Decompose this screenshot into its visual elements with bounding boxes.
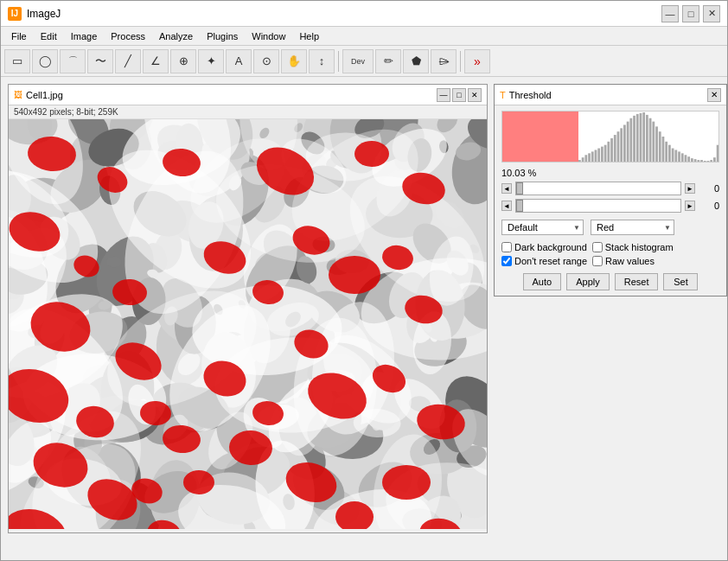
brush-tool[interactable]: ✏ <box>375 49 401 73</box>
svg-rect-31 <box>678 151 680 162</box>
maximize-button[interactable]: □ <box>682 5 699 22</box>
menu-plugins[interactable]: Plugins <box>200 29 245 43</box>
dropdown-row: Default Huang Intermodes IsoData Li MaxE… <box>495 214 726 240</box>
svg-rect-12 <box>616 131 619 162</box>
magnifier-tool[interactable]: ⊙ <box>253 49 279 73</box>
toolbar: ▭ ◯ ⌒ 〜 ╱ ∠ ⊕ ✦ A ⊙ ✋ ↕ Dev ✏ ⬟ ⌲ » <box>1 46 727 77</box>
fill-tool[interactable]: ⬟ <box>403 49 429 73</box>
svg-rect-5 <box>594 150 597 162</box>
svg-rect-42 <box>713 157 716 162</box>
svg-rect-1 <box>581 157 584 162</box>
menu-bar: File Edit Image Process Analyze Plugins … <box>1 27 727 46</box>
wand-tool[interactable]: ✦ <box>198 49 224 73</box>
menu-help[interactable]: Help <box>292 29 326 43</box>
slider1-left-arrow[interactable]: ◄ <box>501 183 512 194</box>
svg-rect-25 <box>658 131 661 162</box>
slider1-row: ◄ ► 0 <box>495 180 726 197</box>
image-window-icon: 🖼 <box>14 90 22 99</box>
slider2-right-arrow[interactable]: ► <box>685 201 695 211</box>
slider2-row: ◄ ► 0 <box>495 197 726 214</box>
svg-rect-6 <box>597 149 600 162</box>
image-maximize-button[interactable]: □ <box>452 88 466 102</box>
stack-histogram-checkbox-item: Stack histogram <box>592 242 674 252</box>
svg-rect-26 <box>661 137 664 162</box>
auto-button[interactable]: Auto <box>523 273 562 290</box>
slider1-thumb[interactable] <box>516 182 523 194</box>
image-window-titlebar: 🖼 Cell1.jpg — □ ✕ <box>9 85 487 105</box>
arrow-tool[interactable]: » <box>464 49 490 73</box>
menu-file[interactable]: File <box>4 29 34 43</box>
dark-background-label: Dark background <box>514 242 587 252</box>
histogram-red-overlay <box>502 112 578 162</box>
raw-values-label: Raw values <box>605 256 655 266</box>
point-tool[interactable]: ⊕ <box>170 49 196 73</box>
toolbar-separator-2 <box>460 51 461 72</box>
raw-values-checkbox[interactable] <box>592 256 603 266</box>
image-info: 540x492 pixels; 8-bit; 259K <box>9 105 487 119</box>
cell-image-canvas <box>9 119 487 529</box>
threshold-title: Threshold <box>509 90 552 100</box>
dont-reset-range-checkbox[interactable] <box>501 256 512 266</box>
menu-edit[interactable]: Edit <box>34 29 64 43</box>
slider1-track[interactable] <box>515 182 681 195</box>
svg-rect-39 <box>703 161 706 162</box>
color-dropdown[interactable]: Red Black & White Over/Under <box>591 220 674 235</box>
svg-rect-16 <box>629 118 632 162</box>
svg-rect-40 <box>706 161 709 162</box>
menu-process[interactable]: Process <box>104 29 152 43</box>
raw-values-checkbox-item: Raw values <box>592 256 655 266</box>
line-tool[interactable]: ╱ <box>115 49 141 73</box>
rectangle-tool[interactable]: ▭ <box>4 49 30 73</box>
svg-rect-15 <box>626 122 629 162</box>
zoom-tool[interactable]: ↕ <box>309 49 335 73</box>
slider1-right-arrow[interactable]: ► <box>685 183 695 194</box>
menu-window[interactable]: Window <box>245 29 292 43</box>
polygon-tool[interactable]: ⌒ <box>60 49 86 73</box>
toolbar-separator <box>338 51 339 72</box>
svg-rect-7 <box>601 147 603 162</box>
title-bar: IJ ImageJ — □ ✕ <box>1 1 727 27</box>
svg-rect-23 <box>652 122 655 162</box>
svg-rect-8 <box>603 145 606 162</box>
freehand-tool[interactable]: 〜 <box>87 49 113 73</box>
svg-rect-0 <box>578 160 581 162</box>
slider2-track[interactable] <box>515 199 681 213</box>
dev-tool[interactable]: Dev <box>342 49 374 73</box>
slider2-thumb[interactable] <box>516 200 523 212</box>
set-button[interactable]: Set <box>663 273 698 290</box>
stack-histogram-label: Stack histogram <box>605 242 674 252</box>
text-tool[interactable]: A <box>226 49 252 73</box>
apply-button[interactable]: Apply <box>566 273 610 290</box>
svg-rect-35 <box>691 158 693 162</box>
threshold-titlebar: T Threshold ✕ <box>495 85 726 105</box>
histogram-svg <box>578 112 719 162</box>
hand-tool[interactable]: ✋ <box>281 49 307 73</box>
image-window: 🖼 Cell1.jpg — □ ✕ 540x492 pixels; 8-bit;… <box>8 84 488 533</box>
svg-rect-4 <box>591 151 593 162</box>
eyedropper-tool[interactable]: ⌲ <box>431 49 457 73</box>
svg-rect-41 <box>710 160 712 162</box>
threshold-close-button[interactable]: ✕ <box>707 88 721 102</box>
slider2-left-arrow[interactable]: ◄ <box>501 201 512 211</box>
ellipse-tool[interactable]: ◯ <box>32 49 58 73</box>
svg-rect-30 <box>674 150 677 162</box>
svg-rect-32 <box>680 153 683 162</box>
slider1-value: 0 <box>699 183 719 194</box>
image-close-button[interactable]: ✕ <box>468 88 482 102</box>
reset-button[interactable]: Reset <box>615 273 659 290</box>
dark-background-checkbox[interactable] <box>501 242 512 252</box>
menu-analyze[interactable]: Analyze <box>152 29 200 43</box>
method-dropdown[interactable]: Default Huang Intermodes IsoData Li MaxE… <box>501 220 584 235</box>
minimize-button[interactable]: — <box>661 5 679 22</box>
svg-rect-20 <box>642 112 645 162</box>
close-button[interactable]: ✕ <box>703 5 720 22</box>
image-minimize-button[interactable]: — <box>437 88 450 102</box>
svg-rect-21 <box>646 115 648 162</box>
stack-histogram-checkbox[interactable] <box>592 242 603 252</box>
angle-tool[interactable]: ∠ <box>143 49 169 73</box>
menu-image[interactable]: Image <box>64 29 105 43</box>
svg-rect-28 <box>668 145 671 162</box>
histogram-area <box>501 111 719 163</box>
svg-rect-3 <box>588 153 591 162</box>
image-window-controls: — □ ✕ <box>437 88 482 102</box>
